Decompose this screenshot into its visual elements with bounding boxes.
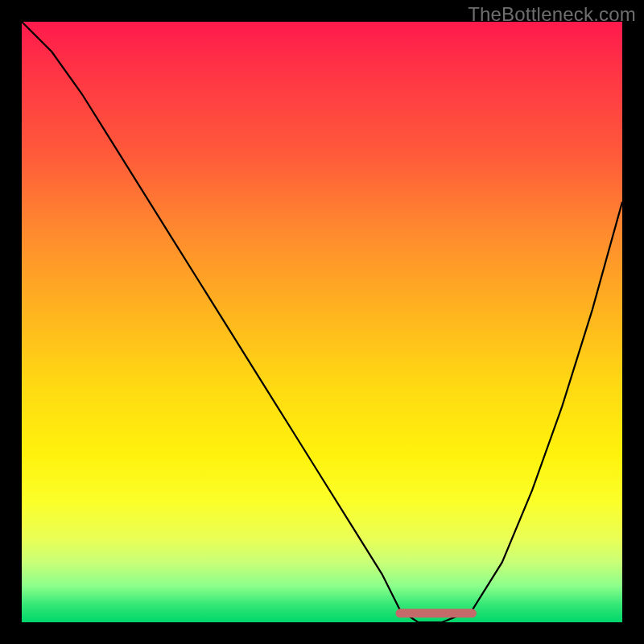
chart-frame: TheBottleneck.com [0, 0, 644, 644]
series-layer [22, 22, 622, 622]
attribution-label: TheBottleneck.com [468, 3, 636, 26]
bottleneck-curve [22, 22, 622, 622]
plot-area [22, 22, 622, 622]
